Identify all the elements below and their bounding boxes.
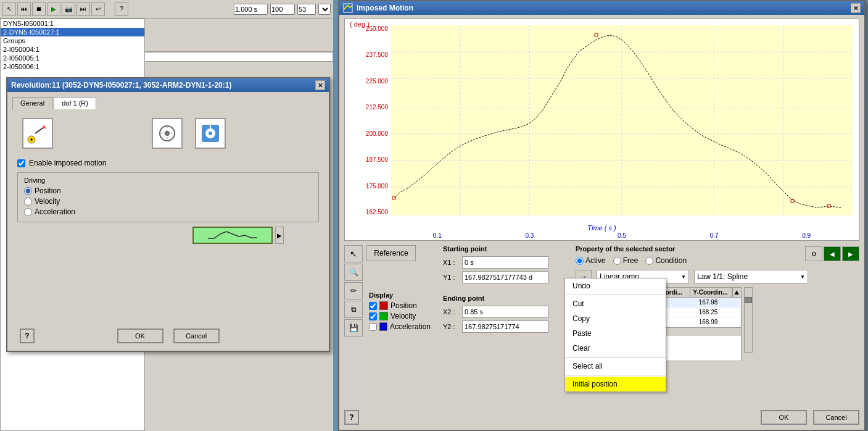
revolution-ok-btn[interactable]: OK: [117, 328, 163, 343]
menu-item-clear[interactable]: Clear: [565, 341, 666, 356]
percent-input[interactable]: 100: [270, 4, 295, 15]
revolution-cancel-btn[interactable]: Cancel: [173, 328, 220, 343]
radio-position-input[interactable]: [24, 187, 32, 195]
svg-line-2: [35, 127, 44, 133]
chart-area: ( deg ) 250.000 237.500 225.000 212.500 …: [344, 19, 859, 241]
display-acceleration-row: Acceleration: [369, 322, 431, 331]
frame-select[interactable]: ▼: [318, 4, 331, 15]
radio-active[interactable]: Active: [576, 256, 606, 265]
display-position-check[interactable]: [369, 302, 377, 310]
cursor-btn[interactable]: ↖: [2, 2, 16, 16]
menu-item-paste[interactable]: Paste: [565, 326, 666, 341]
tree-item-1[interactable]: DYN5-I050001:1: [1, 19, 144, 28]
tab-general[interactable]: General: [12, 97, 52, 109]
time-input[interactable]: 1.000 s: [234, 4, 268, 15]
imposed-close-btn[interactable]: ✕: [851, 3, 861, 13]
copy-tool-btn[interactable]: ⧉: [344, 301, 363, 318]
icon-motion-2[interactable]: [152, 118, 183, 149]
tree-item-groups[interactable]: Groups: [1, 36, 144, 45]
radio-acceleration-input[interactable]: [24, 208, 32, 216]
x-label-4: 0.7: [710, 232, 719, 239]
radio-position[interactable]: Position: [24, 186, 312, 195]
svg-marker-3: [43, 125, 46, 128]
menu-separator-1: [565, 295, 666, 295]
function-arrow-btn[interactable]: ▶: [275, 227, 284, 244]
x-label-5: 0.9: [802, 232, 811, 239]
revolution-close-btn[interactable]: ✕: [315, 80, 325, 90]
x2-input[interactable]: 0.85 s: [462, 306, 548, 318]
vscroll-thumb[interactable]: [745, 297, 752, 303]
play-btn[interactable]: ▶: [47, 2, 60, 16]
y1-input[interactable]: [462, 271, 548, 283]
icon-motion-1[interactable]: [22, 118, 53, 149]
reference-label: Reference: [374, 249, 408, 257]
stop-btn[interactable]: ⏹: [32, 2, 46, 16]
sector-type-radios: Active Free Condition ⚙ ◀ ▶: [576, 256, 859, 265]
x-label-2: 0.3: [525, 232, 534, 239]
table-sort-btn[interactable]: ▲: [732, 288, 741, 297]
tree-item-3[interactable]: 2-I050004:1: [1, 45, 144, 54]
frame-input[interactable]: 53: [297, 4, 316, 15]
menu-item-undo[interactable]: Undo: [565, 278, 666, 293]
enable-imposed-checkbox[interactable]: [17, 159, 25, 167]
revolution-content: General dof 1 (R): [7, 92, 329, 230]
svg-point-1: [30, 138, 33, 141]
help-top-btn[interactable]: ?: [115, 2, 128, 16]
y2-row: Y2 :: [443, 320, 548, 333]
menu-item-cut[interactable]: Cut: [565, 296, 666, 311]
svg-rect-27: [827, 204, 830, 207]
prev-sector-btn[interactable]: ◀: [824, 246, 841, 261]
radio-active-input[interactable]: [576, 257, 584, 265]
radio-velocity-label: Velocity: [35, 197, 60, 206]
imposed-help-btn[interactable]: ?: [344, 410, 359, 425]
edit-btn[interactable]: ✏: [344, 282, 363, 299]
y2-input[interactable]: [462, 320, 548, 333]
display-acceleration-check[interactable]: [369, 323, 377, 331]
tree-item-2[interactable]: 2-DYN5-I050027:1: [1, 28, 144, 36]
table-vscroll[interactable]: [744, 287, 753, 353]
save-btn[interactable]: 💾: [344, 319, 363, 337]
radio-velocity[interactable]: Velocity: [24, 197, 312, 206]
reference-btn[interactable]: Reference: [366, 245, 416, 261]
tab-dof[interactable]: dof 1 (R): [54, 97, 96, 109]
select-tool-btn[interactable]: ↖: [344, 245, 363, 262]
menu-item-select-all[interactable]: Select all: [565, 359, 666, 374]
radio-velocity-input[interactable]: [24, 198, 32, 206]
tree-item-5[interactable]: 2-I050006:1: [1, 62, 144, 71]
menu-item-copy[interactable]: Copy: [565, 311, 666, 326]
y-label-5: 200.000: [366, 130, 388, 137]
display-velocity-check[interactable]: [369, 312, 377, 320]
radio-free-input[interactable]: [613, 257, 621, 265]
menu-separator-3: [565, 375, 666, 375]
td-1-y: 167.98: [696, 298, 742, 307]
imposed-cancel-btn[interactable]: Cancel: [813, 410, 859, 425]
imposed-ok-btn[interactable]: OK: [761, 410, 807, 425]
x1-input[interactable]: 0 s: [462, 256, 548, 269]
starting-point-title: Starting point: [443, 245, 548, 253]
next-sector-btn[interactable]: ▶: [842, 246, 859, 261]
svg-rect-24: [392, 196, 395, 199]
y-label-6: 187.500: [366, 156, 388, 163]
cam-btn[interactable]: 📷: [62, 2, 75, 16]
radio-free[interactable]: Free: [613, 256, 639, 265]
law-dropdown[interactable]: Law 1/1: Spline ▼: [694, 270, 808, 283]
chart-x-labels: 0.1 0.3 0.5 0.7 0.9: [391, 232, 853, 239]
zoom-btn[interactable]: 🔍: [344, 264, 363, 281]
settings-btn[interactable]: ⚙: [805, 246, 822, 261]
svg-rect-26: [791, 199, 794, 203]
chart-y-labels: 250.000 237.500 225.000 212.500 200.000 …: [345, 25, 391, 216]
function-display[interactable]: [192, 227, 273, 244]
start-btn[interactable]: ⏮: [17, 2, 31, 16]
imposed-title: Imposed Motion: [357, 4, 413, 12]
icon-motion-3[interactable]: [195, 118, 226, 149]
end-btn[interactable]: ⏭: [76, 2, 90, 16]
radio-acceleration[interactable]: Acceleration: [24, 207, 312, 216]
menu-item-initial-position[interactable]: Initial position: [565, 377, 666, 391]
radio-condition[interactable]: Condition: [645, 256, 687, 265]
tree-item-4[interactable]: 2-I050005:1: [1, 54, 144, 62]
velocity-color-box: [379, 312, 388, 320]
undo-btn[interactable]: ↩: [91, 2, 105, 16]
display-velocity-row: Velocity: [369, 312, 431, 320]
radio-condition-input[interactable]: [645, 257, 653, 265]
context-menu: Undo Cut Copy Paste Clear Select all Ini…: [564, 278, 666, 392]
